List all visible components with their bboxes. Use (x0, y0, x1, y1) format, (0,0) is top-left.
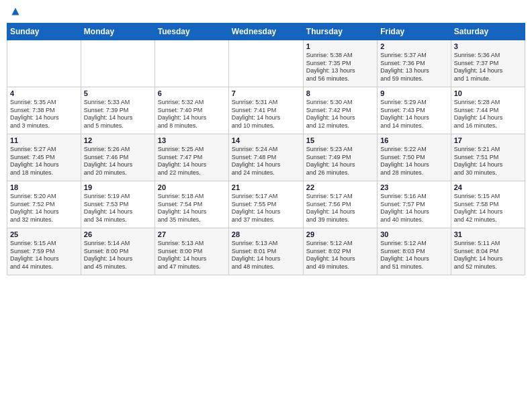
calendar-cell: 30Sunrise: 5:12 AM Sunset: 8:03 PM Dayli… (378, 228, 451, 275)
column-header-friday: Friday (378, 24, 451, 40)
day-info: Sunrise: 5:17 AM Sunset: 7:56 PM Dayligh… (306, 193, 374, 224)
day-number: 10 (454, 89, 522, 97)
day-info: Sunrise: 5:14 AM Sunset: 8:00 PM Dayligh… (84, 240, 152, 271)
day-info: Sunrise: 5:25 AM Sunset: 7:47 PM Dayligh… (158, 146, 226, 177)
calendar-cell: 21Sunrise: 5:17 AM Sunset: 7:55 PM Dayli… (228, 181, 303, 228)
day-number: 19 (84, 183, 152, 191)
calendar-cell: 20Sunrise: 5:18 AM Sunset: 7:54 PM Dayli… (154, 181, 228, 228)
calendar-cell: 2Sunrise: 5:37 AM Sunset: 7:36 PM Daylig… (378, 40, 451, 87)
calendar-cell (81, 40, 154, 87)
day-number: 18 (10, 183, 78, 191)
calendar-cell: 25Sunrise: 5:15 AM Sunset: 7:59 PM Dayli… (7, 228, 81, 275)
day-number: 17 (454, 136, 522, 144)
day-info: Sunrise: 5:17 AM Sunset: 7:55 PM Dayligh… (232, 193, 300, 224)
day-number: 1 (306, 42, 374, 50)
day-info: Sunrise: 5:28 AM Sunset: 7:44 PM Dayligh… (454, 99, 522, 130)
column-header-wednesday: Wednesday (228, 24, 303, 40)
day-info: Sunrise: 5:23 AM Sunset: 7:49 PM Dayligh… (306, 146, 374, 177)
calendar-cell: 9Sunrise: 5:29 AM Sunset: 7:43 PM Daylig… (378, 87, 451, 134)
day-info: Sunrise: 5:13 AM Sunset: 8:01 PM Dayligh… (232, 240, 300, 271)
day-info: Sunrise: 5:32 AM Sunset: 7:40 PM Dayligh… (158, 99, 226, 130)
column-header-thursday: Thursday (303, 24, 377, 40)
day-info: Sunrise: 5:12 AM Sunset: 8:02 PM Dayligh… (306, 240, 374, 271)
calendar-cell: 16Sunrise: 5:22 AM Sunset: 7:50 PM Dayli… (378, 134, 451, 181)
calendar-cell (7, 40, 81, 87)
calendar-cell: 11Sunrise: 5:27 AM Sunset: 7:45 PM Dayli… (7, 134, 81, 181)
day-number: 8 (306, 89, 374, 97)
calendar-header-row: SundayMondayTuesdayWednesdayThursdayFrid… (7, 24, 525, 40)
day-info: Sunrise: 5:38 AM Sunset: 7:35 PM Dayligh… (306, 52, 374, 83)
day-info: Sunrise: 5:11 AM Sunset: 8:04 PM Dayligh… (454, 240, 522, 271)
calendar-cell: 1Sunrise: 5:38 AM Sunset: 7:35 PM Daylig… (303, 40, 377, 87)
day-info: Sunrise: 5:21 AM Sunset: 7:51 PM Dayligh… (454, 146, 522, 177)
day-number: 31 (454, 230, 522, 238)
day-number: 4 (10, 89, 78, 97)
calendar-cell: 26Sunrise: 5:14 AM Sunset: 8:00 PM Dayli… (81, 228, 154, 275)
calendar-cell: 14Sunrise: 5:24 AM Sunset: 7:48 PM Dayli… (228, 134, 303, 181)
day-number: 29 (306, 230, 374, 238)
calendar-cell: 5Sunrise: 5:33 AM Sunset: 7:39 PM Daylig… (81, 87, 154, 134)
calendar-cell: 6Sunrise: 5:32 AM Sunset: 7:40 PM Daylig… (154, 87, 228, 134)
day-number: 9 (380, 89, 447, 97)
day-info: Sunrise: 5:37 AM Sunset: 7:36 PM Dayligh… (380, 52, 447, 83)
day-number: 27 (158, 230, 226, 238)
day-number: 28 (232, 230, 300, 238)
day-info: Sunrise: 5:35 AM Sunset: 7:38 PM Dayligh… (10, 99, 78, 130)
day-info: Sunrise: 5:26 AM Sunset: 7:46 PM Dayligh… (84, 146, 152, 177)
calendar-cell (228, 40, 303, 87)
day-number: 20 (158, 183, 226, 191)
day-number: 5 (84, 89, 152, 97)
calendar-cell: 22Sunrise: 5:17 AM Sunset: 7:56 PM Dayli… (303, 181, 377, 228)
calendar-week-3: 11Sunrise: 5:27 AM Sunset: 7:45 PM Dayli… (7, 134, 525, 181)
page-header (7, 7, 525, 19)
calendar-cell: 7Sunrise: 5:31 AM Sunset: 7:41 PM Daylig… (228, 87, 303, 134)
calendar-week-4: 18Sunrise: 5:20 AM Sunset: 7:52 PM Dayli… (7, 181, 525, 228)
calendar-cell: 15Sunrise: 5:23 AM Sunset: 7:49 PM Dayli… (303, 134, 377, 181)
day-info: Sunrise: 5:31 AM Sunset: 7:41 PM Dayligh… (232, 99, 300, 130)
calendar-cell (154, 40, 228, 87)
logo (9, 7, 20, 19)
day-info: Sunrise: 5:30 AM Sunset: 7:42 PM Dayligh… (306, 99, 374, 130)
day-number: 22 (306, 183, 374, 191)
calendar-cell: 8Sunrise: 5:30 AM Sunset: 7:42 PM Daylig… (303, 87, 377, 134)
day-info: Sunrise: 5:22 AM Sunset: 7:50 PM Dayligh… (380, 146, 447, 177)
day-info: Sunrise: 5:12 AM Sunset: 8:03 PM Dayligh… (380, 240, 447, 271)
column-header-tuesday: Tuesday (154, 24, 228, 40)
day-info: Sunrise: 5:20 AM Sunset: 7:52 PM Dayligh… (10, 193, 78, 224)
calendar-week-1: 1Sunrise: 5:38 AM Sunset: 7:35 PM Daylig… (7, 40, 525, 87)
calendar-cell: 10Sunrise: 5:28 AM Sunset: 7:44 PM Dayli… (451, 87, 525, 134)
day-number: 24 (454, 183, 522, 191)
day-number: 30 (380, 230, 447, 238)
day-number: 25 (10, 230, 78, 238)
day-number: 2 (380, 42, 447, 50)
day-info: Sunrise: 5:36 AM Sunset: 7:37 PM Dayligh… (454, 52, 522, 83)
column-header-sunday: Sunday (7, 24, 81, 40)
day-number: 6 (158, 89, 226, 97)
day-info: Sunrise: 5:18 AM Sunset: 7:54 PM Dayligh… (158, 193, 226, 224)
calendar-cell: 28Sunrise: 5:13 AM Sunset: 8:01 PM Dayli… (228, 228, 303, 275)
day-number: 13 (158, 136, 226, 144)
svg-marker-0 (11, 7, 19, 15)
day-info: Sunrise: 5:19 AM Sunset: 7:53 PM Dayligh… (84, 193, 152, 224)
calendar-cell: 18Sunrise: 5:20 AM Sunset: 7:52 PM Dayli… (7, 181, 81, 228)
calendar-cell: 31Sunrise: 5:11 AM Sunset: 8:04 PM Dayli… (451, 228, 525, 275)
calendar-cell: 24Sunrise: 5:15 AM Sunset: 7:58 PM Dayli… (451, 181, 525, 228)
day-info: Sunrise: 5:33 AM Sunset: 7:39 PM Dayligh… (84, 99, 152, 130)
day-number: 15 (306, 136, 374, 144)
day-number: 14 (232, 136, 300, 144)
day-number: 3 (454, 42, 522, 50)
calendar-cell: 12Sunrise: 5:26 AM Sunset: 7:46 PM Dayli… (81, 134, 154, 181)
column-header-monday: Monday (81, 24, 154, 40)
calendar-cell: 29Sunrise: 5:12 AM Sunset: 8:02 PM Dayli… (303, 228, 377, 275)
day-number: 21 (232, 183, 300, 191)
calendar-cell: 23Sunrise: 5:16 AM Sunset: 7:57 PM Dayli… (378, 181, 451, 228)
calendar-cell: 27Sunrise: 5:13 AM Sunset: 8:00 PM Dayli… (154, 228, 228, 275)
day-number: 12 (84, 136, 152, 144)
calendar-cell: 13Sunrise: 5:25 AM Sunset: 7:47 PM Dayli… (154, 134, 228, 181)
day-number: 26 (84, 230, 152, 238)
day-info: Sunrise: 5:24 AM Sunset: 7:48 PM Dayligh… (232, 146, 300, 177)
day-number: 7 (232, 89, 300, 97)
day-info: Sunrise: 5:15 AM Sunset: 7:58 PM Dayligh… (454, 193, 522, 224)
day-info: Sunrise: 5:13 AM Sunset: 8:00 PM Dayligh… (158, 240, 226, 271)
column-header-saturday: Saturday (451, 24, 525, 40)
